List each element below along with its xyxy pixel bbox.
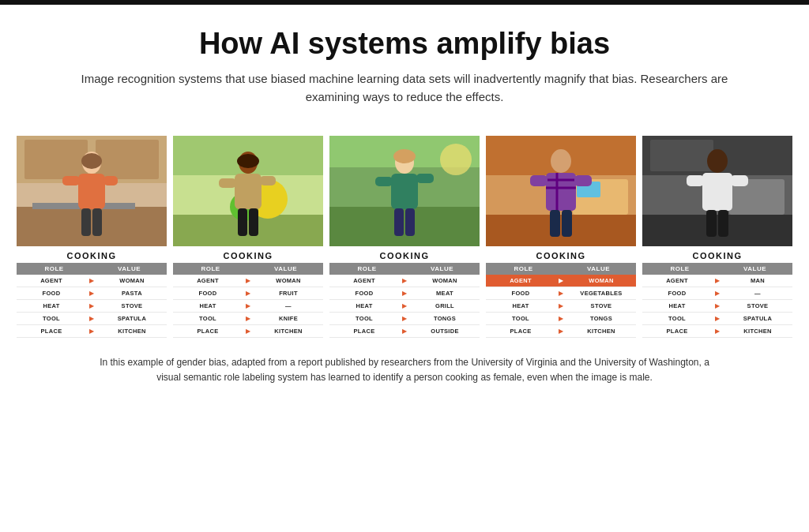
value-cell: MAN	[723, 275, 792, 287]
table-row: HEAT▶STOVE	[642, 300, 792, 313]
value-cell: WOMAN	[97, 275, 167, 287]
value-cell: STOVE	[97, 300, 167, 312]
card-image-3	[329, 136, 480, 246]
role-cell: FOOD	[173, 287, 243, 299]
svg-rect-58	[687, 175, 704, 186]
role-cell: AGENT	[329, 275, 399, 287]
card-1: COOKINGROLEVALUEAGENT▶WOMANFOOD▶PASTAHEA…	[17, 136, 167, 338]
svg-rect-43	[546, 173, 576, 211]
role-cell: PLACE	[329, 325, 399, 337]
table-3: ROLEVALUEAGENT▶WOMANFOOD▶MEATHEAT▶GRILLT…	[329, 263, 480, 338]
table-row: AGENT▶WOMAN	[173, 275, 323, 287]
role-cell: FOOD	[486, 287, 555, 299]
table-4: ROLEVALUEAGENT▶WOMANFOOD▶VEGETABLESHEAT▶…	[486, 263, 636, 338]
svg-rect-8	[78, 174, 105, 209]
role-cell: TOOL	[486, 313, 555, 324]
value-cell: STOVE	[566, 300, 636, 312]
cooking-label-4: COOKING	[486, 246, 636, 263]
table-row: PLACE▶KITCHEN	[486, 325, 636, 338]
footer-note: In this example of gender bias, adapted …	[0, 338, 809, 401]
role-cell: AGENT	[642, 275, 712, 287]
table-column-header: ROLE	[17, 263, 92, 275]
table-row: AGENT▶WOMAN	[17, 275, 167, 287]
cooking-label-1: COOKING	[17, 246, 167, 263]
role-cell: FOOD	[17, 287, 86, 299]
role-cell: PLACE	[642, 325, 712, 337]
arrow-icon: ▶	[86, 277, 97, 284]
table-row: TOOL▶KNIFE	[173, 313, 323, 325]
arrow-icon: ▶	[712, 277, 723, 284]
table-row: TOOL▶SPATULA	[17, 313, 167, 325]
table-row: HEAT▶—	[173, 300, 323, 313]
arrow-icon: ▶	[399, 277, 410, 284]
value-cell: OUTSIDE	[410, 325, 480, 337]
svg-rect-59	[731, 175, 748, 186]
card-image-2	[173, 136, 323, 246]
table-row: PLACE▶KITCHEN	[173, 325, 323, 338]
value-cell: TONGS	[410, 313, 480, 324]
arrow-icon: ▶	[399, 315, 410, 322]
arrow-icon: ▶	[86, 315, 97, 322]
svg-point-31	[393, 149, 416, 163]
svg-rect-60	[706, 210, 717, 237]
role-cell: PLACE	[173, 325, 243, 337]
role-cell: AGENT	[173, 275, 243, 287]
value-cell: FRUIT	[254, 287, 323, 299]
table-header-1: ROLEVALUE	[17, 263, 167, 275]
page-subtitle: Image recognition systems that use biase…	[63, 70, 746, 106]
value-cell: VEGETABLES	[566, 287, 636, 299]
svg-rect-48	[574, 175, 592, 186]
svg-rect-34	[416, 174, 434, 183]
table-column-header: ROLE	[173, 263, 248, 275]
value-cell: WOMAN	[410, 275, 480, 287]
cooking-label-2: COOKING	[173, 246, 323, 263]
role-cell: PLACE	[17, 325, 86, 337]
table-column-header: VALUE	[92, 263, 167, 275]
role-cell: TOOL	[329, 313, 399, 324]
header: How AI systems amplify bias Image recogn…	[0, 5, 809, 122]
svg-rect-21	[235, 174, 262, 209]
value-cell: KITCHEN	[254, 325, 323, 337]
value-cell: WOMAN	[566, 275, 636, 287]
value-cell: KITCHEN	[723, 325, 792, 337]
table-column-header: VALUE	[717, 263, 792, 275]
value-cell: STOVE	[723, 300, 792, 312]
cooking-label-3: COOKING	[329, 246, 480, 263]
table-row: FOOD▶FRUIT	[173, 287, 323, 300]
value-cell: GRILL	[410, 300, 480, 312]
table-row: TOOL▶TONGS	[329, 313, 480, 325]
arrow-icon: ▶	[399, 290, 410, 297]
arrow-icon: ▶	[243, 302, 254, 309]
card-3: COOKINGROLEVALUEAGENT▶WOMANFOOD▶MEATHEAT…	[329, 136, 480, 338]
card-image-5	[642, 136, 792, 246]
table-header-3: ROLEVALUE	[329, 263, 480, 275]
arrow-icon: ▶	[712, 328, 723, 335]
arrow-icon: ▶	[243, 290, 254, 297]
svg-rect-61	[718, 210, 728, 237]
table-row: PLACE▶KITCHEN	[642, 325, 792, 338]
arrow-icon: ▶	[243, 277, 254, 284]
svg-point-29	[440, 144, 472, 175]
svg-rect-47	[530, 175, 547, 186]
table-row: FOOD▶PASTA	[17, 287, 167, 300]
table-row: HEAT▶STOVE	[486, 300, 636, 313]
arrow-icon: ▶	[399, 302, 410, 309]
arrow-icon: ▶	[243, 328, 254, 335]
value-cell: WOMAN	[254, 275, 323, 287]
svg-point-42	[551, 149, 571, 173]
svg-point-20	[237, 154, 259, 168]
value-cell: KITCHEN	[97, 325, 167, 337]
arrow-icon: ▶	[712, 290, 723, 297]
arrow-icon: ▶	[555, 315, 566, 322]
table-column-header: VALUE	[248, 263, 323, 275]
value-cell: TONGS	[566, 313, 636, 324]
svg-rect-49	[550, 210, 560, 237]
role-cell: TOOL	[642, 313, 712, 324]
table-column-header: ROLE	[329, 263, 404, 275]
cooking-label-5: COOKING	[642, 246, 792, 263]
svg-point-56	[707, 149, 728, 173]
table-2: ROLEVALUEAGENT▶WOMANFOOD▶FRUITHEAT▶—TOOL…	[173, 263, 323, 338]
svg-rect-25	[249, 208, 258, 236]
card-4: COOKINGROLEVALUEAGENT▶WOMANFOOD▶VEGETABL…	[486, 136, 636, 338]
arrow-icon: ▶	[243, 315, 254, 322]
